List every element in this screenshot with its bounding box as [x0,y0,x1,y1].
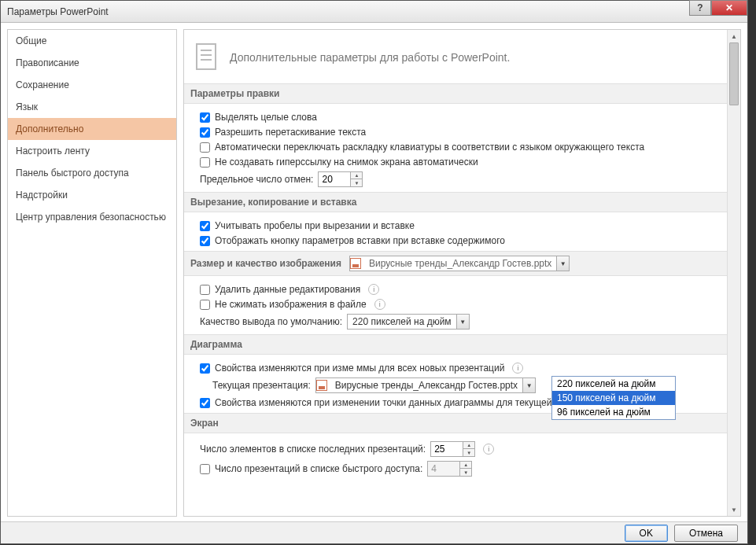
chk-discard-edit-data[interactable] [200,285,210,295]
page-icon [195,42,220,72]
chk-pinned-count[interactable] [200,464,210,474]
options-dialog: Параметры PowerPoint ? ✕ Общие Правописа… [0,0,748,544]
chk-chart-props-current[interactable] [200,398,210,408]
svg-rect-0 [197,44,216,69]
section-clip-title: Вырезание, копирование и вставка [184,192,740,212]
info-icon[interactable]: i [483,444,494,455]
scroll-up-icon[interactable]: ▲ [728,30,740,42]
pptx-icon [350,258,361,269]
window-title: Параметры PowerPoint [7,6,109,17]
image-target-select[interactable]: Вирусные тренды_Александр Гостев.pptx▼ [349,256,570,271]
sidebar-item-save[interactable]: Сохранение [8,74,176,96]
section-chart-title: Диаграмма [184,334,740,355]
info-icon[interactable]: i [512,363,523,374]
dropdown-option[interactable]: 96 пикселей на дюйм [552,405,675,419]
recent-count-label: Число элементов в списке последних презе… [200,444,426,455]
info-icon[interactable]: i [374,299,385,310]
recent-count-spinner[interactable]: ▲▼ [430,441,475,457]
chevron-down-icon: ▼ [456,315,469,329]
spinner-up-icon[interactable]: ▲ [463,442,474,449]
ok-button[interactable]: OK [625,525,668,542]
help-button[interactable]: ? [689,0,711,16]
chevron-down-icon: ▼ [556,256,569,271]
page-heading: Дополнительные параметры для работы с Po… [230,51,510,64]
cancel-button[interactable]: Отмена [674,525,738,542]
spinner-up-icon[interactable]: ▲ [351,172,362,179]
spinner-down-icon: ▼ [460,469,471,476]
dialog-footer: OK Отмена [1,521,747,543]
undo-limit-spinner[interactable]: ▲▼ [318,171,363,187]
sidebar-item-qat[interactable]: Панель быстрого доступа [8,162,176,184]
quality-dropdown-list[interactable]: 220 пикселей на дюйм 150 пикселей на дюй… [551,376,676,420]
chk-select-whole-words[interactable] [200,112,210,123]
category-sidebar: Общие Правописание Сохранение Язык Допол… [7,29,177,517]
dropdown-option[interactable]: 220 пикселей на дюйм [552,377,675,391]
chk-no-compress[interactable] [200,300,210,310]
chk-allow-drag[interactable] [200,127,210,138]
scroll-down-icon[interactable]: ▼ [728,503,740,516]
close-button[interactable]: ✕ [711,0,747,16]
info-icon[interactable]: i [368,284,379,295]
sidebar-item-general[interactable]: Общие [8,30,176,52]
chk-paste-options[interactable] [200,236,210,246]
sidebar-item-addins[interactable]: Надстройки [8,184,176,206]
sidebar-item-advanced[interactable]: Дополнительно [8,118,176,140]
section-edit-title: Параметры правки [184,83,740,104]
default-quality-select[interactable]: 220 пикселей на дюйм▼ [347,314,470,330]
spinner-down-icon[interactable]: ▼ [463,449,474,456]
chk-no-hyperlink-screenshot[interactable] [200,157,210,168]
sidebar-item-language[interactable]: Язык [8,96,176,118]
sidebar-item-proofing[interactable]: Правописание [8,52,176,74]
sidebar-item-trust[interactable]: Центр управления безопасностью [8,206,176,228]
pinned-count-spinner: ▲▼ [427,461,472,477]
content-panel: Дополнительные параметры для работы с Po… [183,29,741,517]
scroll-thumb[interactable] [729,42,739,105]
section-image-title: Размер и качество изображения Вирусные т… [184,251,740,276]
sidebar-item-ribbon[interactable]: Настроить ленту [8,140,176,162]
default-quality-label: Качество вывода по умолчанию: [200,316,342,327]
chk-smart-cut-paste[interactable] [200,221,210,231]
current-presentation-label: Текущая презентация: [212,380,311,391]
pptx-icon [316,380,327,391]
dropdown-option[interactable]: 150 пикселей на дюйм [552,391,675,405]
spinner-down-icon[interactable]: ▼ [351,179,362,186]
titlebar: Параметры PowerPoint ? ✕ [1,1,747,23]
spinner-up-icon: ▲ [460,462,471,469]
chk-auto-keyboard[interactable] [200,142,210,153]
chk-chart-props-all[interactable] [200,363,210,374]
chevron-down-icon: ▼ [522,378,535,392]
vertical-scrollbar[interactable]: ▲ ▼ [727,30,740,516]
undo-limit-label: Предельное число отмен: [200,174,313,185]
current-presentation-select[interactable]: Вирусные тренды_Александр Гостев.pptx▼ [315,377,536,393]
